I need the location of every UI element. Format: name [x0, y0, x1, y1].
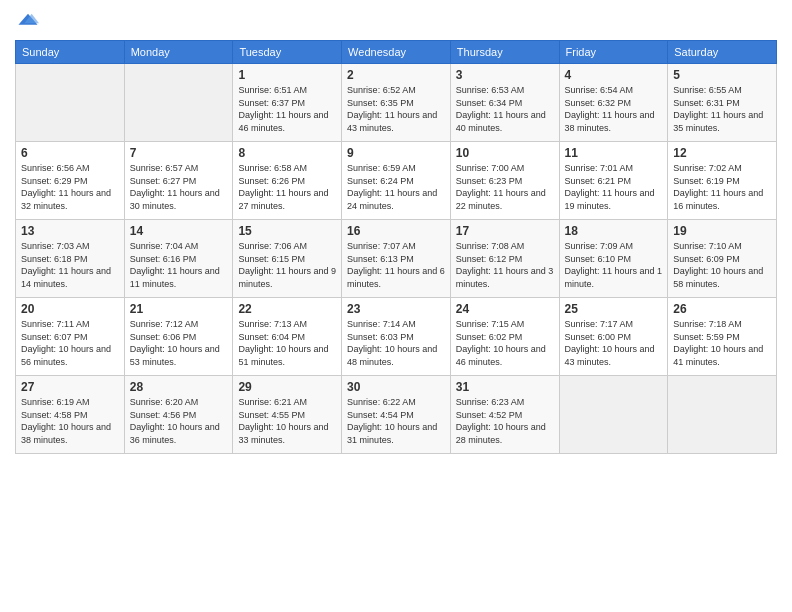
day-info: Sunrise: 7:10 AMSunset: 6:09 PMDaylight:…	[673, 240, 771, 290]
day-number: 10	[456, 146, 554, 160]
day-number: 23	[347, 302, 445, 316]
day-number: 22	[238, 302, 336, 316]
day-number: 19	[673, 224, 771, 238]
header-thursday: Thursday	[450, 41, 559, 64]
calendar-cell: 11Sunrise: 7:01 AMSunset: 6:21 PMDayligh…	[559, 142, 668, 220]
day-info: Sunrise: 7:13 AMSunset: 6:04 PMDaylight:…	[238, 318, 336, 368]
day-number: 29	[238, 380, 336, 394]
day-number: 8	[238, 146, 336, 160]
day-info: Sunrise: 7:00 AMSunset: 6:23 PMDaylight:…	[456, 162, 554, 212]
day-info: Sunrise: 7:15 AMSunset: 6:02 PMDaylight:…	[456, 318, 554, 368]
calendar-cell: 24Sunrise: 7:15 AMSunset: 6:02 PMDayligh…	[450, 298, 559, 376]
calendar-cell: 1Sunrise: 6:51 AMSunset: 6:37 PMDaylight…	[233, 64, 342, 142]
day-info: Sunrise: 6:51 AMSunset: 6:37 PMDaylight:…	[238, 84, 336, 134]
day-info: Sunrise: 6:55 AMSunset: 6:31 PMDaylight:…	[673, 84, 771, 134]
calendar-cell: 12Sunrise: 7:02 AMSunset: 6:19 PMDayligh…	[668, 142, 777, 220]
day-number: 1	[238, 68, 336, 82]
day-number: 3	[456, 68, 554, 82]
calendar-cell: 23Sunrise: 7:14 AMSunset: 6:03 PMDayligh…	[342, 298, 451, 376]
day-number: 9	[347, 146, 445, 160]
calendar-cell	[124, 64, 233, 142]
day-info: Sunrise: 7:18 AMSunset: 5:59 PMDaylight:…	[673, 318, 771, 368]
day-number: 25	[565, 302, 663, 316]
day-number: 30	[347, 380, 445, 394]
calendar-cell: 28Sunrise: 6:20 AMSunset: 4:56 PMDayligh…	[124, 376, 233, 454]
calendar-cell: 9Sunrise: 6:59 AMSunset: 6:24 PMDaylight…	[342, 142, 451, 220]
calendar-cell: 16Sunrise: 7:07 AMSunset: 6:13 PMDayligh…	[342, 220, 451, 298]
calendar-cell: 3Sunrise: 6:53 AMSunset: 6:34 PMDaylight…	[450, 64, 559, 142]
calendar-cell: 6Sunrise: 6:56 AMSunset: 6:29 PMDaylight…	[16, 142, 125, 220]
day-number: 5	[673, 68, 771, 82]
day-number: 17	[456, 224, 554, 238]
day-number: 18	[565, 224, 663, 238]
day-number: 31	[456, 380, 554, 394]
day-info: Sunrise: 7:06 AMSunset: 6:15 PMDaylight:…	[238, 240, 336, 290]
day-info: Sunrise: 7:17 AMSunset: 6:00 PMDaylight:…	[565, 318, 663, 368]
day-number: 15	[238, 224, 336, 238]
calendar-cell	[16, 64, 125, 142]
calendar-cell: 5Sunrise: 6:55 AMSunset: 6:31 PMDaylight…	[668, 64, 777, 142]
day-info: Sunrise: 6:52 AMSunset: 6:35 PMDaylight:…	[347, 84, 445, 134]
calendar-cell: 19Sunrise: 7:10 AMSunset: 6:09 PMDayligh…	[668, 220, 777, 298]
calendar-cell: 13Sunrise: 7:03 AMSunset: 6:18 PMDayligh…	[16, 220, 125, 298]
day-info: Sunrise: 7:03 AMSunset: 6:18 PMDaylight:…	[21, 240, 119, 290]
day-info: Sunrise: 7:14 AMSunset: 6:03 PMDaylight:…	[347, 318, 445, 368]
day-info: Sunrise: 6:22 AMSunset: 4:54 PMDaylight:…	[347, 396, 445, 446]
day-number: 26	[673, 302, 771, 316]
calendar-week-3: 13Sunrise: 7:03 AMSunset: 6:18 PMDayligh…	[16, 220, 777, 298]
calendar-cell	[559, 376, 668, 454]
day-info: Sunrise: 6:58 AMSunset: 6:26 PMDaylight:…	[238, 162, 336, 212]
calendar-cell: 10Sunrise: 7:00 AMSunset: 6:23 PMDayligh…	[450, 142, 559, 220]
calendar-cell: 27Sunrise: 6:19 AMSunset: 4:58 PMDayligh…	[16, 376, 125, 454]
calendar-table: Sunday Monday Tuesday Wednesday Thursday…	[15, 40, 777, 454]
day-number: 4	[565, 68, 663, 82]
calendar-cell: 21Sunrise: 7:12 AMSunset: 6:06 PMDayligh…	[124, 298, 233, 376]
calendar-header: Sunday Monday Tuesday Wednesday Thursday…	[16, 41, 777, 64]
day-info: Sunrise: 6:56 AMSunset: 6:29 PMDaylight:…	[21, 162, 119, 212]
day-info: Sunrise: 6:59 AMSunset: 6:24 PMDaylight:…	[347, 162, 445, 212]
calendar-cell: 29Sunrise: 6:21 AMSunset: 4:55 PMDayligh…	[233, 376, 342, 454]
day-info: Sunrise: 7:04 AMSunset: 6:16 PMDaylight:…	[130, 240, 228, 290]
day-number: 11	[565, 146, 663, 160]
calendar-page: Sunday Monday Tuesday Wednesday Thursday…	[0, 0, 792, 612]
calendar-cell: 31Sunrise: 6:23 AMSunset: 4:52 PMDayligh…	[450, 376, 559, 454]
header-saturday: Saturday	[668, 41, 777, 64]
day-info: Sunrise: 7:09 AMSunset: 6:10 PMDaylight:…	[565, 240, 663, 290]
day-number: 12	[673, 146, 771, 160]
calendar-cell: 17Sunrise: 7:08 AMSunset: 6:12 PMDayligh…	[450, 220, 559, 298]
calendar-cell: 25Sunrise: 7:17 AMSunset: 6:00 PMDayligh…	[559, 298, 668, 376]
calendar-cell: 2Sunrise: 6:52 AMSunset: 6:35 PMDaylight…	[342, 64, 451, 142]
day-number: 14	[130, 224, 228, 238]
day-info: Sunrise: 7:11 AMSunset: 6:07 PMDaylight:…	[21, 318, 119, 368]
day-info: Sunrise: 6:21 AMSunset: 4:55 PMDaylight:…	[238, 396, 336, 446]
header-sunday: Sunday	[16, 41, 125, 64]
day-number: 27	[21, 380, 119, 394]
calendar-cell	[668, 376, 777, 454]
calendar-body: 1Sunrise: 6:51 AMSunset: 6:37 PMDaylight…	[16, 64, 777, 454]
day-number: 24	[456, 302, 554, 316]
logo-icon	[17, 10, 39, 32]
day-number: 21	[130, 302, 228, 316]
day-info: Sunrise: 7:12 AMSunset: 6:06 PMDaylight:…	[130, 318, 228, 368]
weekday-row: Sunday Monday Tuesday Wednesday Thursday…	[16, 41, 777, 64]
day-number: 13	[21, 224, 119, 238]
calendar-cell: 8Sunrise: 6:58 AMSunset: 6:26 PMDaylight…	[233, 142, 342, 220]
calendar-cell: 30Sunrise: 6:22 AMSunset: 4:54 PMDayligh…	[342, 376, 451, 454]
calendar-cell: 15Sunrise: 7:06 AMSunset: 6:15 PMDayligh…	[233, 220, 342, 298]
logo	[15, 10, 39, 32]
calendar-week-5: 27Sunrise: 6:19 AMSunset: 4:58 PMDayligh…	[16, 376, 777, 454]
calendar-cell: 7Sunrise: 6:57 AMSunset: 6:27 PMDaylight…	[124, 142, 233, 220]
calendar-week-4: 20Sunrise: 7:11 AMSunset: 6:07 PMDayligh…	[16, 298, 777, 376]
page-header	[15, 10, 777, 32]
calendar-cell: 22Sunrise: 7:13 AMSunset: 6:04 PMDayligh…	[233, 298, 342, 376]
day-number: 16	[347, 224, 445, 238]
calendar-week-2: 6Sunrise: 6:56 AMSunset: 6:29 PMDaylight…	[16, 142, 777, 220]
day-info: Sunrise: 7:01 AMSunset: 6:21 PMDaylight:…	[565, 162, 663, 212]
header-monday: Monday	[124, 41, 233, 64]
header-wednesday: Wednesday	[342, 41, 451, 64]
day-info: Sunrise: 7:02 AMSunset: 6:19 PMDaylight:…	[673, 162, 771, 212]
day-info: Sunrise: 6:57 AMSunset: 6:27 PMDaylight:…	[130, 162, 228, 212]
day-number: 20	[21, 302, 119, 316]
day-info: Sunrise: 7:08 AMSunset: 6:12 PMDaylight:…	[456, 240, 554, 290]
day-number: 7	[130, 146, 228, 160]
